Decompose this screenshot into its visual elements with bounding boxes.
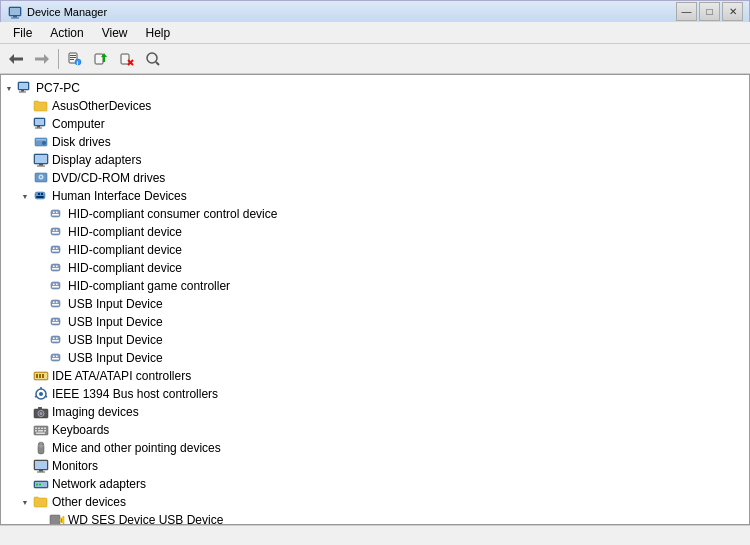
svg-rect-43 [51,210,60,217]
tree-item-mice[interactable]: Mice and other pointing devices [1,439,749,457]
tree-item-usb-input3[interactable]: USB Input Device [1,331,749,349]
hid-device-icon [49,332,65,348]
svg-rect-1 [10,8,20,15]
tree-item-display-adapters[interactable]: Display adapters [1,151,749,169]
tree-leaf-usb-input3 [33,332,49,348]
tree-item-asus-other[interactable]: AsusOtherDevices [1,97,749,115]
maximize-button[interactable]: □ [699,2,720,21]
svg-rect-59 [51,282,60,289]
svg-rect-2 [13,16,17,18]
svg-rect-5 [13,57,23,60]
device-tree[interactable]: PC7-PCAsusOtherDevicesComputerDisk drive… [1,75,749,524]
svg-rect-106 [39,470,43,472]
menu-bar: File Action View Help [0,22,750,44]
tree-item-hid-game[interactable]: HID-compliant game controller [1,277,749,295]
tree-item-imaging[interactable]: Imaging devices [1,403,749,421]
tree-item-ide-atapi[interactable]: IDE ATA/ATAPI controllers [1,367,749,385]
svg-rect-67 [51,318,60,325]
svg-rect-48 [53,230,55,232]
tree-item-keyboards[interactable]: Keyboards [1,421,749,439]
toolbar-separator-1 [58,49,59,69]
tree-item-usb-input4[interactable]: USB Input Device [1,349,749,367]
tree-leaf-computer [17,116,33,132]
network-icon [33,476,49,492]
hid-device-icon [49,296,65,312]
display-icon [33,152,49,168]
svg-rect-22 [19,83,28,89]
tree-leaf-ieee1394 [17,386,33,402]
hid-device-icon [49,350,65,366]
back-button[interactable] [4,47,28,71]
close-button[interactable]: ✕ [722,2,743,21]
svg-point-111 [39,484,41,486]
svg-rect-40 [38,193,40,195]
forward-button[interactable] [30,47,54,71]
tree-item-usb-input1[interactable]: USB Input Device [1,295,749,313]
svg-rect-10 [70,57,76,58]
tree-item-hid[interactable]: Human Interface Devices [1,187,749,205]
tree-label-hid-device2: HID-compliant device [68,243,182,257]
tree-item-ieee1394[interactable]: IEEE 1394 Bus host controllers [1,385,749,403]
svg-rect-52 [53,248,55,250]
ide-icon [33,368,49,384]
hid-device-icon [49,224,65,240]
tree-leaf-wd-ses [33,512,49,524]
svg-point-38 [40,176,42,178]
tree-item-disk-drives[interactable]: Disk drives [1,133,749,151]
tree-leaf-dvd-cdrom [17,170,33,186]
svg-rect-105 [35,461,47,469]
tree-item-hid-device2[interactable]: HID-compliant device [1,241,749,259]
scan-hardware-button[interactable] [141,47,165,71]
tree-label-usb-input4: USB Input Device [68,351,163,365]
tree-item-hid-consumer[interactable]: HID-compliant consumer control device [1,205,749,223]
tree-item-monitors[interactable]: Monitors [1,457,749,475]
tree-item-wd-ses[interactable]: !WD SES Device USB Device [1,511,749,524]
tree-item-dvd-cdrom[interactable]: DVD/CD-ROM drives [1,169,749,187]
tree-leaf-disk-drives [17,134,33,150]
main-area: PC7-PCAsusOtherDevicesComputerDisk drive… [0,74,750,525]
svg-point-19 [147,53,157,63]
title-bar: Device Manager — □ ✕ [0,0,750,22]
tree-label-usb-input2: USB Input Device [68,315,163,329]
menu-action[interactable]: Action [41,23,92,43]
tree-label-keyboards: Keyboards [52,423,109,437]
ieee-icon [33,386,49,402]
svg-rect-63 [51,300,60,307]
menu-file[interactable]: File [4,23,41,43]
svg-rect-16 [121,54,129,64]
svg-rect-69 [56,320,58,322]
svg-rect-65 [56,302,58,304]
tree-leaf-keyboards [17,422,33,438]
tree-label-hid: Human Interface Devices [52,189,187,203]
svg-rect-112 [50,515,60,524]
tree-label-ieee1394: IEEE 1394 Bus host controllers [52,387,218,401]
tree-item-computer[interactable]: Computer [1,115,749,133]
tree-label-hid-game: HID-compliant game controller [68,279,230,293]
computer-icon [33,116,49,132]
svg-rect-11 [70,59,74,60]
tree-item-hid-device1[interactable]: HID-compliant device [1,223,749,241]
svg-rect-42 [36,196,44,198]
tree-item-network-adapters[interactable]: Network adapters [1,475,749,493]
svg-rect-97 [44,428,46,430]
folder-icon [33,98,49,114]
svg-rect-54 [52,250,59,252]
svg-rect-30 [36,139,46,141]
status-bar [0,525,750,545]
tree-leaf-ide-atapi [17,368,33,384]
tree-item-other-devices[interactable]: Other devices [1,493,749,511]
tree-item-pc7-pc[interactable]: PC7-PC [1,79,749,97]
svg-rect-33 [35,155,47,163]
minimize-button[interactable]: — [676,2,697,21]
svg-rect-41 [41,193,43,195]
tree-item-hid-device3[interactable]: HID-compliant device [1,259,749,277]
menu-view[interactable]: View [93,23,137,43]
uninstall-button[interactable] [115,47,139,71]
svg-rect-77 [56,356,58,358]
svg-rect-74 [52,340,59,342]
svg-rect-78 [52,358,59,360]
tree-item-usb-input2[interactable]: USB Input Device [1,313,749,331]
properties-button[interactable]: i [63,47,87,71]
update-driver-button[interactable] [89,47,113,71]
menu-help[interactable]: Help [137,23,180,43]
